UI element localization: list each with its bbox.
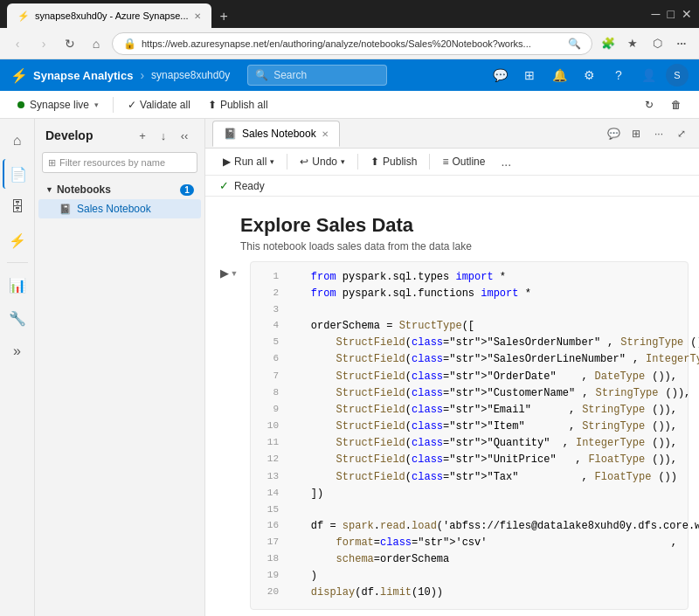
browser-tabs: ⚡ synapse8xuhd0y - Azure Synapse... ✕ + [7,0,235,28]
forward-btn[interactable]: › [33,33,54,54]
line-number: 8 [261,385,279,402]
toolbar-more-btn[interactable]: ... [495,152,516,171]
validate-all-btn[interactable]: ✓ Validate all [121,96,197,114]
sidebar-home-btn[interactable]: ⌂ [3,126,32,156]
sidebar-develop-btn[interactable]: 📄 [3,159,32,189]
publish-all-label: Publish all [220,99,268,111]
line-code: StructField(class="str">"Tax" [286,469,574,486]
search-placeholder: Search [273,69,307,81]
status-bar: ✓ Ready [205,176,699,197]
apps-icon-btn[interactable]: ⊞ [517,63,542,87]
code-line: 17 format=class="str">'csv', [261,535,677,551]
code-cell[interactable]: ML ⧉ ··· 🗑 1 from pyspark.sql.types impo… [250,261,689,610]
tab-more-btn[interactable]: ··· [648,123,669,144]
notebooks-section-header[interactable]: ▼ Notebooks 1 [38,180,201,199]
refresh-btn[interactable]: ↻ [59,33,80,54]
tab-comment-btn[interactable]: 💬 [603,123,624,144]
line-code: StructField(class="str">"CustomerName" [286,385,575,402]
add-resource-btn[interactable]: + [133,126,152,145]
close-btn[interactable]: ✕ [682,7,692,21]
refresh-btn[interactable]: ↻ [638,96,661,114]
sidebar-manage-btn[interactable]: 🔧 [3,303,32,333]
cell-ml-btn[interactable]: ML [606,266,623,283]
undo-btn[interactable]: ↩ Undo ▾ [293,153,352,170]
extensions-btn[interactable]: 🧩 [598,33,619,54]
sales-notebook-item[interactable]: 📓 Sales Notebook [38,199,201,218]
active-browser-tab[interactable]: ⚡ synapse8xuhd0y - Azure Synapse... ✕ [7,3,211,28]
sidebar-monitor-btn[interactable]: 📊 [3,270,32,300]
code-line: 14 ]) [261,486,677,502]
line-number: 15 [261,502,279,518]
cell-delete-btn[interactable]: 🗑 [663,266,681,283]
filter-box[interactable]: ⊞ Filter resources by name [42,152,197,173]
run-all-btn[interactable]: ▶ Run all ▾ [216,153,281,170]
synapse-logo: ⚡ Synapse Analytics [10,67,133,84]
publish-btn[interactable]: ⬆ Publish [363,153,424,170]
publish-label: Publish [383,156,417,168]
status-check-icon: ✓ [219,179,229,192]
toolbar-sep-2 [357,154,358,170]
code-line: 8 StructField(class="str">"CustomerName"… [261,385,677,402]
user-avatar[interactable]: S [666,64,689,87]
favorites-btn[interactable]: ★ [622,33,643,54]
collections-btn[interactable]: ⬡ [647,33,668,54]
bell-icon-btn[interactable]: 🔔 [547,63,571,87]
publish-all-btn[interactable]: ⬆ Publish all [201,96,275,114]
minimize-btn[interactable]: ─ [652,7,661,21]
line-code: df = spark.read.load('abfss://files@data… [286,518,699,535]
panel-title: Develop [45,128,93,142]
outline-btn[interactable]: ≡ Outline [435,153,492,170]
notebook-content[interactable]: Explore Sales Data This notebook loads s… [205,197,699,616]
notebook-toolbar: ▶ Run all ▾ ↩ Undo ▾ ⬆ Publish ≡ [205,149,699,176]
cell-copy-btn[interactable]: ⧉ [625,266,642,283]
discard-btn[interactable]: 🗑 [664,96,689,114]
cell-more-btn[interactable]: ··· [644,266,661,283]
line-code: StructField(class="str">"SalesOrderLineN… [286,351,626,368]
line-number: 7 [261,369,279,385]
chat-icon-btn[interactable]: 💬 [488,63,512,87]
settings-icon-btn[interactable]: ⚙ [577,63,601,87]
home-btn[interactable]: ⌂ [86,33,107,54]
line-code: StructField(class="str">"OrderDate" [286,369,574,385]
user-icon-btn[interactable]: 👤 [636,63,661,87]
filter-placeholder: Filter resources by name [59,157,165,168]
restore-btn[interactable]: □ [668,7,675,21]
code-line: 7 StructField(class="str">"OrderDate", D… [261,369,677,385]
line-number: 1 [261,269,279,286]
workspace-breadcrumb[interactable]: synapse8xuhd0y [151,69,230,81]
run-all-chevron: ▾ [270,157,274,166]
header-search[interactable]: 🔍 Search [247,65,387,86]
sidebar-expand-btn[interactable]: » [3,336,32,366]
publish-icon: ⬆ [208,99,217,111]
sidebar-data-btn[interactable]: 🗄 [3,192,32,222]
import-btn[interactable]: ↓ [154,126,173,145]
address-bar[interactable]: 🔒 https://web.azuresynapse.net/en/author… [112,32,592,55]
edge-menu-btn[interactable]: ··· [671,33,692,54]
help-icon-btn[interactable]: ? [606,63,631,87]
notebooks-section-label: Notebooks [57,183,111,196]
new-tab-button[interactable]: + [213,5,235,28]
line-number: 13 [261,469,279,486]
cell-body: ML ⧉ ··· 🗑 1 from pyspark.sql.types impo… [250,261,689,616]
synapse-live-label: Synapse live [30,99,89,111]
tab-notebook-label: Sales Notebook [242,128,316,140]
filter-icon: ⊞ [48,157,56,169]
run-cell-btn[interactable]: ▶ [220,266,229,280]
tab-close-btn[interactable]: ✕ [194,11,201,21]
synapse-live-chevron: ▾ [94,100,99,109]
line-code: schema=orderSchema [286,551,677,568]
line-number: 17 [261,535,279,551]
tab-share-btn[interactable]: ⊞ [626,123,647,144]
collapse-panel-btn[interactable]: ‹‹ [175,126,194,145]
tab-expand-btn[interactable]: ⤢ [671,123,692,144]
cell-collapse-btn[interactable]: ▼ [231,269,239,278]
sales-notebook-tab[interactable]: 📓 Sales Notebook ✕ [212,121,340,147]
code-line: 18 schema=orderSchema [261,551,677,568]
tab-close-icon[interactable]: ✕ [322,129,329,139]
panel-header: Develop + ↓ ‹‹ [35,119,204,152]
code-cell-container: ▶ ▼ ML ⧉ ··· 🗑 [205,258,699,616]
breadcrumb-separator: › [140,68,144,82]
synapse-header: ⚡ Synapse Analytics › synapse8xuhd0y 🔍 S… [0,59,699,91]
sidebar-integrate-btn[interactable]: ⚡ [3,225,32,255]
back-btn[interactable]: ‹ [7,33,28,54]
